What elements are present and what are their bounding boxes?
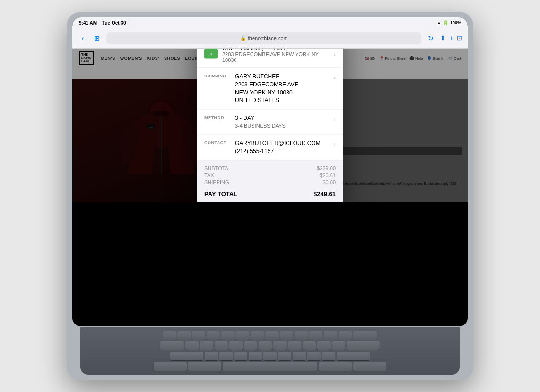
- add-tab-button[interactable]: +: [449, 34, 453, 42]
- shipping-cost-label: SHIPPING: [204, 179, 229, 185]
- key[interactable]: [307, 352, 321, 360]
- bookmarks-button[interactable]: ⊡: [457, 34, 462, 42]
- subtotal-row: SUBTOTAL $229.00: [204, 165, 336, 170]
- key[interactable]: [185, 341, 199, 350]
- nav-kids[interactable]: KIDS': [147, 56, 159, 60]
- browser-actions: ⬆ + ⊡: [440, 34, 462, 42]
- website-content: THE NORTH FACE MEN'S WOMEN'S KIDS' SHOES…: [72, 49, 468, 202]
- method-detail: 3-4 BUSINESS DAYS: [235, 122, 329, 129]
- key[interactable]: [229, 341, 243, 350]
- key[interactable]: [192, 331, 205, 340]
- key[interactable]: [249, 352, 262, 360]
- key[interactable]: [332, 341, 345, 350]
- key[interactable]: [236, 331, 249, 340]
- key[interactable]: [278, 352, 291, 360]
- key-ctrl[interactable]: [154, 362, 187, 371]
- key-space[interactable]: [223, 362, 317, 371]
- shipping-chevron-icon: ›: [333, 74, 336, 81]
- nav-mens[interactable]: MEN'S: [101, 56, 115, 60]
- method-name: 3 - DAY: [235, 114, 329, 122]
- subtotal-label: SUBTOTAL: [204, 165, 231, 170]
- key[interactable]: [339, 331, 352, 340]
- keyboard-row-3: [86, 352, 454, 360]
- key[interactable]: [288, 341, 301, 350]
- key[interactable]: [273, 341, 287, 350]
- key[interactable]: [317, 341, 331, 350]
- key[interactable]: [163, 331, 176, 340]
- key-shift-right[interactable]: [337, 352, 370, 360]
- key[interactable]: [215, 341, 228, 350]
- key[interactable]: [219, 352, 233, 360]
- cart-link[interactable]: 🛒 Cart: [448, 56, 461, 60]
- method-row[interactable]: METHOD 3 - DAY 3-4 BUSINESS DAYS ›: [197, 110, 343, 135]
- shipping-country: UNITED STATES: [235, 96, 329, 104]
- tax-row: TAX $20.61: [204, 172, 336, 178]
- method-label: METHOD: [204, 115, 230, 120]
- key[interactable]: [234, 352, 247, 360]
- share-button[interactable]: ⬆: [440, 34, 445, 42]
- key-alt[interactable]: [188, 362, 221, 371]
- key-shift[interactable]: [170, 352, 203, 360]
- key[interactable]: [309, 331, 322, 340]
- keyboard-row-2: [86, 341, 454, 350]
- tnf-logo: THE NORTH FACE: [79, 51, 94, 65]
- status-bar: 9:41 AM Tue Oct 30 ▲ 🔋 100%: [72, 17, 468, 28]
- browser-toolbar: ‹ ⊞ 🔒 thenorthface.com ↻ ⬆ + ⊡: [72, 28, 468, 49]
- key-ctrl-right[interactable]: [353, 362, 386, 371]
- sign-in-link[interactable]: 👤 Sign In: [427, 56, 444, 60]
- help-link[interactable]: ⚫ Help: [409, 56, 423, 60]
- key-alt-right[interactable]: [319, 362, 352, 371]
- apple-pay-modal: Apple Pay Cancel C GREEN CARD (•••• 1001…: [197, 49, 343, 202]
- time-display: 9:41 AM: [79, 20, 97, 26]
- key[interactable]: [221, 331, 235, 340]
- url-text: thenorthface.com: [248, 35, 288, 41]
- tab-view-button[interactable]: ⊞: [92, 34, 102, 43]
- date-display: Tue Oct 30: [102, 20, 126, 26]
- ipad-screen: 9:41 AM Tue Oct 30 ▲ 🔋 100% ‹ ⊞ 🔒 thenor…: [72, 17, 468, 326]
- key[interactable]: [205, 352, 218, 360]
- key[interactable]: [293, 352, 306, 360]
- key[interactable]: [322, 352, 335, 360]
- key-enter[interactable]: [347, 341, 380, 350]
- key-tab[interactable]: [160, 341, 184, 350]
- key[interactable]: [303, 341, 316, 350]
- payment-card-row[interactable]: C GREEN CARD (•••• 1001) 2203 EDGECOMBE …: [197, 49, 343, 68]
- key[interactable]: [244, 341, 257, 350]
- key[interactable]: [265, 331, 279, 340]
- pay-total-value: $249.61: [314, 190, 336, 197]
- key[interactable]: [251, 331, 264, 340]
- key[interactable]: [263, 352, 277, 360]
- key[interactable]: [280, 331, 293, 340]
- card-address: 2203 EDGECOMBE AVE NEW YORK NY 10030: [222, 51, 329, 63]
- header-right: 🇺🇸 EN 📍 Find a Store ⚫ Help 👤 Sign In 🛒 …: [365, 56, 461, 60]
- website-main: GORE HOME G EX FLEX GTX JACKET ★★★★★ REV…: [72, 79, 468, 202]
- key[interactable]: [324, 331, 337, 340]
- status-time: 9:41 AM Tue Oct 30: [79, 20, 126, 26]
- shipping-city: NEW YORK NY 10030: [235, 88, 329, 96]
- refresh-button[interactable]: ↻: [426, 34, 435, 43]
- key[interactable]: [200, 341, 213, 350]
- shipping-cost-value: $0.00: [322, 179, 336, 185]
- card-chevron-icon: ›: [333, 51, 336, 58]
- key-backspace[interactable]: [353, 331, 377, 340]
- language-selector[interactable]: 🇺🇸 EN: [365, 56, 375, 60]
- subtotal-value: $229.00: [317, 165, 336, 170]
- nav-womens[interactable]: WOMEN'S: [120, 56, 142, 60]
- lock-icon: 🔒: [240, 35, 246, 41]
- contact-label: CONTACT: [204, 140, 230, 145]
- shipping-row[interactable]: SHIPPING GARY BUTCHER 2203 EDGECOMBE AVE…: [197, 68, 343, 110]
- contact-email: GARYBUTCHER@ICLOUD.COM: [235, 139, 329, 147]
- key[interactable]: [207, 331, 220, 340]
- keyboard: [80, 327, 460, 375]
- nav-shoes[interactable]: SHOES: [164, 56, 180, 60]
- key[interactable]: [177, 331, 191, 340]
- pay-total-label: PAY TOTAL: [204, 190, 237, 197]
- back-button[interactable]: ‹: [78, 34, 87, 43]
- url-bar[interactable]: 🔒 thenorthface.com: [106, 32, 421, 44]
- find-store[interactable]: 📍 Find a Store: [379, 56, 406, 60]
- card-info: GREEN CARD (•••• 1001) 2203 EDGECOMBE AV…: [222, 49, 329, 63]
- contact-row[interactable]: CONTACT GARYBUTCHER@ICLOUD.COM (212) 555…: [197, 135, 343, 161]
- key[interactable]: [259, 341, 272, 350]
- key[interactable]: [295, 331, 308, 340]
- shipping-name: GARY BUTCHER: [235, 73, 329, 81]
